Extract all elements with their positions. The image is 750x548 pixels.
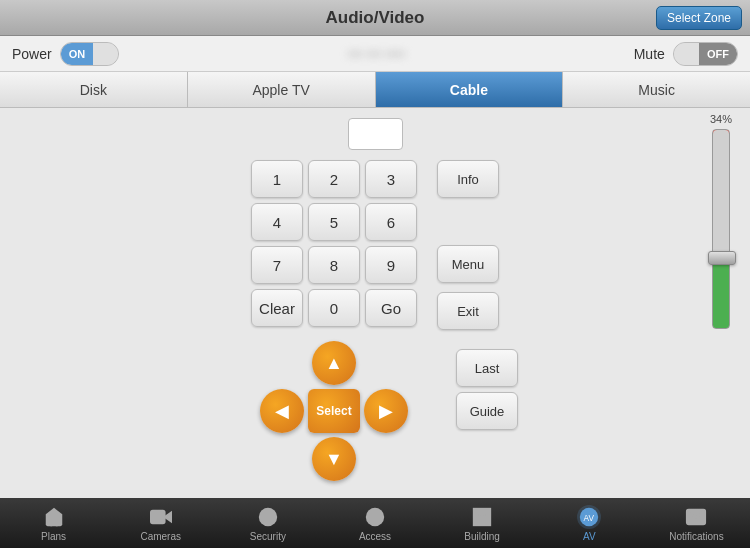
cameras-icon — [149, 505, 173, 529]
menu-button[interactable]: Menu — [437, 245, 499, 283]
select-zone-button[interactable]: Select Zone — [656, 6, 742, 30]
num-btn-9[interactable]: 9 — [365, 246, 417, 284]
nav-item-building[interactable]: Building — [429, 505, 536, 542]
nav-item-access[interactable]: Access — [321, 505, 428, 542]
nav-label-notifications: Notifications — [669, 531, 723, 542]
dpad-select-button[interactable]: Select — [308, 389, 360, 433]
num-btn-8[interactable]: 8 — [308, 246, 360, 284]
volume-section: 34% — [710, 113, 732, 343]
numpad-section: 1 2 3 4 5 6 7 8 9 Clear 0 Go ▲ ◀ Sel — [251, 160, 417, 481]
guide-button[interactable]: Guide — [456, 392, 518, 430]
tab-cable[interactable]: Cable — [376, 72, 564, 107]
main-content: 1 2 3 4 5 6 7 8 9 Clear 0 Go ▲ ◀ Sel — [0, 108, 750, 498]
num-btn-5[interactable]: 5 — [308, 203, 360, 241]
nav-item-cameras[interactable]: Cameras — [107, 505, 214, 542]
building-icon — [470, 505, 494, 529]
controls-wrapper: 1 2 3 4 5 6 7 8 9 Clear 0 Go ▲ ◀ Sel — [0, 160, 750, 481]
tab-music[interactable]: Music — [563, 72, 750, 107]
num-btn-1[interactable]: 1 — [251, 160, 303, 198]
nav-label-cameras: Cameras — [140, 531, 181, 542]
mute-label: Mute — [634, 46, 665, 62]
power-label: Power — [12, 46, 52, 62]
tab-appletv[interactable]: Apple TV — [188, 72, 376, 107]
svg-point-2 — [366, 507, 384, 525]
nav-label-av: AV — [583, 531, 596, 542]
mute-toggle[interactable]: OFF — [673, 42, 738, 66]
mute-off-state: OFF — [699, 43, 737, 65]
svg-rect-0 — [151, 510, 165, 523]
num-btn-3[interactable]: 3 — [365, 160, 417, 198]
last-button[interactable]: Last — [456, 349, 518, 387]
app-header: Audio/Video Select Zone — [0, 0, 750, 36]
num-btn-2[interactable]: 2 — [308, 160, 360, 198]
access-icon — [363, 505, 387, 529]
dpad-down-button[interactable]: ▼ — [312, 437, 356, 481]
num-btn-6[interactable]: 6 — [365, 203, 417, 241]
num-btn-clear[interactable]: Clear — [251, 289, 303, 327]
power-on-state: ON — [61, 43, 94, 65]
power-row: Power ON ••• ••• •••• Mute OFF — [0, 36, 750, 72]
power-toggle[interactable]: ON — [60, 42, 120, 66]
volume-fill-mask — [713, 130, 729, 261]
center-info-text: ••• ••• •••• — [348, 46, 405, 62]
nav-item-av[interactable]: AV AV — [536, 505, 643, 542]
nav-item-security[interactable]: Security — [214, 505, 321, 542]
num-btn-0[interactable]: 0 — [308, 289, 360, 327]
nav-item-plans[interactable]: Plans — [0, 505, 107, 542]
mute-on-state — [674, 43, 699, 65]
dpad-section: ▲ ◀ Select ▶ ▼ Last Guide — [260, 341, 408, 481]
dpad-middle: ◀ Select ▶ — [260, 389, 408, 433]
num-btn-go[interactable]: Go — [365, 289, 417, 327]
bottom-nav: Plans Cameras Security Access Building A… — [0, 498, 750, 548]
power-off-state — [93, 43, 118, 65]
right-dpad-buttons: Last Guide — [456, 349, 518, 430]
nav-item-notifications[interactable]: Notifications — [643, 505, 750, 542]
dpad-right-button[interactable]: ▶ — [364, 389, 408, 433]
mute-section: Mute OFF — [634, 42, 738, 66]
av-icon: AV — [577, 505, 601, 529]
svg-text:AV: AV — [584, 513, 595, 522]
header-title: Audio/Video — [326, 8, 425, 28]
volume-track[interactable] — [712, 129, 730, 329]
source-tabs: Disk Apple TV Cable Music — [0, 72, 750, 108]
num-btn-4[interactable]: 4 — [251, 203, 303, 241]
dpad-left-button[interactable]: ◀ — [260, 389, 304, 433]
right-buttons: Info Menu Exit — [437, 160, 499, 330]
nav-label-plans: Plans — [41, 531, 66, 542]
volume-handle[interactable] — [708, 251, 736, 265]
num-btn-7[interactable]: 7 — [251, 246, 303, 284]
volume-percent: 34% — [710, 113, 732, 125]
dpad-wrapper: ▲ ◀ Select ▶ ▼ — [260, 341, 408, 481]
center-info: ••• ••• •••• — [119, 46, 633, 62]
info-button[interactable]: Info — [437, 160, 499, 198]
nav-label-access: Access — [359, 531, 391, 542]
security-icon — [256, 505, 280, 529]
channel-display — [348, 118, 403, 150]
svg-point-1 — [259, 507, 277, 525]
notifications-icon — [684, 505, 708, 529]
dpad-up-button[interactable]: ▲ — [312, 341, 356, 385]
exit-button[interactable]: Exit — [437, 292, 499, 330]
numpad-grid: 1 2 3 4 5 6 7 8 9 Clear 0 Go — [251, 160, 417, 327]
nav-label-building: Building — [464, 531, 500, 542]
tab-disk[interactable]: Disk — [0, 72, 188, 107]
plans-icon — [42, 505, 66, 529]
nav-label-security: Security — [250, 531, 286, 542]
